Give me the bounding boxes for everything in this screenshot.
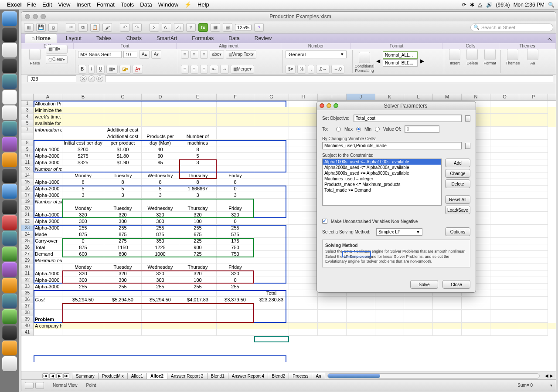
options-button[interactable]: Options: [445, 227, 470, 236]
constraint-item[interactable]: Total_made >= Demand: [323, 187, 441, 193]
window-close-icon[interactable]: [25, 14, 30, 19]
tab-smartart[interactable]: SmartArt: [150, 34, 183, 43]
constraints-list[interactable]: Alpha1000s_used <= Alpha1000s_availableA…: [322, 159, 442, 206]
theme-fonts-button[interactable]: Aa: [524, 44, 542, 65]
clear-button[interactable]: ◌ Clear ▾: [46, 55, 68, 64]
menu-tools[interactable]: Tools: [121, 1, 134, 8]
menu-view[interactable]: View: [58, 1, 70, 8]
tab-nav-first-icon[interactable]: ⏮: [42, 373, 48, 378]
normal-view-icon[interactable]: [25, 382, 34, 389]
app-name[interactable]: Excel: [7, 1, 22, 8]
bold-button[interactable]: B: [78, 65, 86, 74]
constraint-item[interactable]: Alpha3000s_used <= Alpha3000s_available: [323, 170, 441, 176]
accept-formula-icon[interactable]: ✓: [88, 75, 95, 82]
menu-help[interactable]: Help: [197, 1, 209, 8]
tab-tables[interactable]: Tables: [90, 34, 118, 43]
qat-chart-icon[interactable]: ▦: [211, 23, 220, 32]
qat-save-icon[interactable]: 💾: [36, 23, 46, 32]
column-headers[interactable]: ABCDEFGHIJKLMNOP: [34, 94, 556, 101]
dock-app-icon[interactable]: [2, 356, 17, 371]
dock-app-icon[interactable]: [2, 184, 17, 199]
qat-redo-icon[interactable]: ↷: [132, 23, 142, 32]
constraint-item[interactable]: Products_made <= Maximum_products: [323, 182, 441, 187]
delete-constraint-button[interactable]: Delete: [445, 179, 470, 188]
scroll-nav[interactable]: ◀ ▶: [545, 373, 553, 378]
qat-cut-icon[interactable]: ✂: [66, 23, 75, 32]
menu-format[interactable]: Format: [97, 1, 115, 8]
cell-picker-icon[interactable]: [465, 115, 470, 122]
qat-undo-icon[interactable]: ↶: [120, 23, 129, 32]
dock-finder-icon[interactable]: [2, 11, 17, 26]
cell-style-1[interactable]: Normal_ALL...: [383, 51, 418, 59]
status-volume-icon[interactable]: 🔊: [486, 2, 493, 8]
ribbon-collapse-icon[interactable]: ヘ: [548, 36, 552, 43]
dock-app-icon[interactable]: [2, 309, 17, 324]
style-nav-right-icon[interactable]: ▶: [420, 58, 424, 64]
status-bluetooth-icon[interactable]: ✱: [470, 2, 474, 8]
qat-show-icon[interactable]: ▤: [223, 23, 232, 32]
font-name-select[interactable]: MS Sans Serif: [78, 51, 122, 58]
radio-valueof[interactable]: [375, 127, 380, 132]
align-left-icon[interactable]: ≡: [181, 65, 189, 74]
sheet-tab[interactable]: ProductMix: [98, 373, 128, 379]
themes-button[interactable]: Themes: [504, 44, 522, 65]
changing-cells-field[interactable]: Machines_used,Products_made: [322, 142, 462, 149]
style-nav-left-icon[interactable]: ◀: [376, 58, 380, 64]
dock-app-icon[interactable]: [2, 58, 17, 73]
status-battery[interactable]: (96%): [496, 2, 510, 8]
menu-file[interactable]: File: [27, 1, 36, 8]
reset-all-button[interactable]: Reset All: [445, 195, 470, 204]
increase-decimal-icon[interactable]: .0→: [316, 65, 329, 74]
dock-app-icon[interactable]: [2, 294, 17, 308]
tab-data[interactable]: Data: [222, 34, 245, 43]
align-center-icon[interactable]: ≡: [191, 65, 198, 74]
menu-data[interactable]: Data: [140, 1, 152, 8]
radio-min-label[interactable]: Min: [364, 127, 371, 132]
italic-button[interactable]: I: [88, 65, 95, 74]
status-wifi-icon[interactable]: ⧋: [478, 2, 483, 8]
solve-button[interactable]: Solve: [410, 280, 438, 289]
window-minimize-icon[interactable]: [33, 14, 38, 19]
fill-button[interactable]: ▦ Fill ▾: [46, 45, 68, 54]
menu-window[interactable]: Window: [158, 1, 178, 8]
radio-max[interactable]: [336, 127, 341, 132]
qat-sort-asc-icon[interactable]: A↓: [162, 23, 171, 32]
fx-icon[interactable]: fx: [96, 75, 103, 82]
horizontal-scrollbar[interactable]: [327, 373, 540, 378]
align-right-icon[interactable]: ≡: [200, 65, 208, 74]
dock-app-icon[interactable]: [2, 105, 17, 120]
formula-bar[interactable]: [105, 75, 553, 82]
spotlight-icon[interactable]: 🔍: [548, 2, 555, 8]
paste-button[interactable]: Paste: [26, 44, 44, 65]
font-size-select[interactable]: 10: [123, 51, 137, 58]
dock-app-icon[interactable]: [2, 199, 17, 214]
dock-app-icon[interactable]: [2, 262, 17, 277]
change-constraint-button[interactable]: Change: [445, 169, 470, 178]
sheet-tab[interactable]: Process: [289, 373, 312, 379]
scrollbar-thumb[interactable]: [328, 374, 380, 378]
qat-sort-desc-icon[interactable]: Z↓: [174, 23, 184, 32]
add-constraint-button[interactable]: Add: [445, 159, 470, 167]
qat-fx-icon[interactable]: fx: [198, 23, 208, 32]
tab-formulas[interactable]: Formulas: [186, 34, 220, 43]
tab-nav-next-icon[interactable]: ▶: [56, 373, 62, 378]
dock-app-icon[interactable]: [2, 278, 17, 293]
percent-button[interactable]: %: [297, 65, 306, 74]
dock-excel-icon[interactable]: [2, 247, 17, 261]
window-titlebar[interactable]: Production Examples.xlsm: [21, 12, 556, 21]
dialog-close-icon[interactable]: [320, 103, 324, 108]
dialog-zoom-icon[interactable]: [333, 103, 338, 108]
window-zoom-icon[interactable]: [41, 14, 46, 19]
dock-app-icon[interactable]: [2, 341, 17, 355]
nonneg-label[interactable]: Make Unconstrained Variables Non-Negativ…: [331, 219, 418, 224]
menu-insert[interactable]: Insert: [76, 1, 91, 8]
align-middle-icon[interactable]: ≡: [191, 50, 198, 59]
nonneg-checkbox[interactable]: [322, 219, 327, 224]
qat-print-icon[interactable]: ⎙: [48, 23, 58, 32]
qat-filter-icon[interactable]: ▿: [186, 23, 196, 32]
sheet-tab[interactable]: Summary: [72, 373, 99, 379]
fill-color-button[interactable]: ◪▾: [119, 65, 131, 74]
decrease-indent-icon[interactable]: ⇤: [210, 65, 218, 74]
cell-picker-icon[interactable]: [465, 143, 470, 149]
dock-app-icon[interactable]: [2, 74, 17, 89]
